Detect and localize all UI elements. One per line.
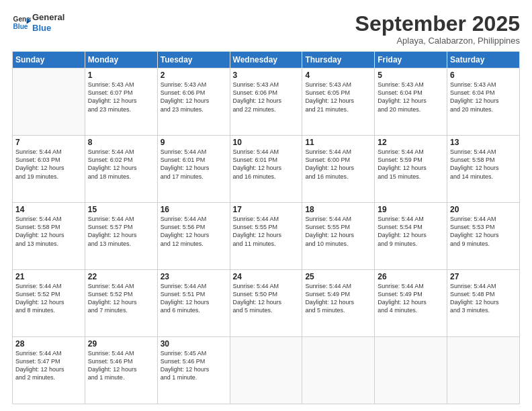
calendar-week-row: 21Sunrise: 5:44 AM Sunset: 5:52 PM Dayli… xyxy=(13,270,520,337)
day-number: 16 xyxy=(161,205,227,214)
day-info: Sunrise: 5:44 AM Sunset: 5:49 PM Dayligh… xyxy=(378,282,444,315)
day-number: 18 xyxy=(305,205,371,214)
calendar-day-cell: 10Sunrise: 5:44 AM Sunset: 6:01 PM Dayli… xyxy=(230,136,302,203)
calendar-day-cell: 15Sunrise: 5:44 AM Sunset: 5:57 PM Dayli… xyxy=(85,203,157,270)
day-number: 3 xyxy=(233,71,300,80)
day-info: Sunrise: 5:44 AM Sunset: 6:01 PM Dayligh… xyxy=(233,148,300,181)
day-info: Sunrise: 5:44 AM Sunset: 6:01 PM Dayligh… xyxy=(161,148,227,181)
day-info: Sunrise: 5:44 AM Sunset: 5:55 PM Dayligh… xyxy=(233,215,300,248)
day-info: Sunrise: 5:43 AM Sunset: 6:04 PM Dayligh… xyxy=(450,81,517,113)
calendar-day-cell: 2Sunrise: 5:43 AM Sunset: 6:06 PM Daylig… xyxy=(157,68,230,136)
day-info: Sunrise: 5:44 AM Sunset: 6:03 PM Dayligh… xyxy=(15,148,82,181)
day-info: Sunrise: 5:44 AM Sunset: 5:54 PM Dayligh… xyxy=(378,215,444,248)
day-number: 15 xyxy=(88,205,154,214)
day-number: 24 xyxy=(233,272,300,281)
day-info: Sunrise: 5:44 AM Sunset: 5:58 PM Dayligh… xyxy=(450,148,517,181)
day-number: 4 xyxy=(305,71,371,80)
weekday-header-cell: Wednesday xyxy=(230,52,302,68)
calendar-day-cell: 25Sunrise: 5:44 AM Sunset: 5:49 PM Dayli… xyxy=(302,270,375,337)
day-number: 5 xyxy=(378,71,444,80)
calendar-table: SundayMondayTuesdayWednesdayThursdayFrid… xyxy=(12,51,520,404)
day-info: Sunrise: 5:44 AM Sunset: 5:58 PM Dayligh… xyxy=(15,215,82,248)
calendar-day-cell: 4Sunrise: 5:43 AM Sunset: 6:05 PM Daylig… xyxy=(302,68,375,136)
calendar-day-cell: 28Sunrise: 5:44 AM Sunset: 5:47 PM Dayli… xyxy=(13,337,85,404)
calendar-body: 1Sunrise: 5:43 AM Sunset: 6:07 PM Daylig… xyxy=(13,68,520,404)
day-number: 17 xyxy=(233,205,300,214)
calendar-day-cell: 11Sunrise: 5:44 AM Sunset: 6:00 PM Dayli… xyxy=(302,136,375,203)
weekday-header-cell: Sunday xyxy=(13,52,85,68)
day-number: 10 xyxy=(233,138,300,147)
day-number: 25 xyxy=(305,272,371,281)
calendar-day-cell: 27Sunrise: 5:44 AM Sunset: 5:48 PM Dayli… xyxy=(447,270,520,337)
day-number: 6 xyxy=(450,71,517,80)
weekday-header-cell: Thursday xyxy=(302,52,375,68)
day-number: 1 xyxy=(88,71,154,80)
day-number: 26 xyxy=(378,272,444,281)
day-info: Sunrise: 5:43 AM Sunset: 6:07 PM Dayligh… xyxy=(88,81,154,113)
day-number: 27 xyxy=(450,272,517,281)
day-number: 8 xyxy=(88,138,154,147)
calendar-day-cell: 6Sunrise: 5:43 AM Sunset: 6:04 PM Daylig… xyxy=(447,68,520,136)
logo-line2: Blue xyxy=(32,23,64,34)
day-number: 12 xyxy=(378,138,444,147)
calendar-day-cell: 7Sunrise: 5:44 AM Sunset: 6:03 PM Daylig… xyxy=(13,136,85,203)
calendar-day-cell: 30Sunrise: 5:45 AM Sunset: 5:46 PM Dayli… xyxy=(157,337,230,404)
calendar-day-cell xyxy=(230,337,302,404)
day-info: Sunrise: 5:44 AM Sunset: 5:47 PM Dayligh… xyxy=(15,349,82,382)
calendar-week-row: 1Sunrise: 5:43 AM Sunset: 6:07 PM Daylig… xyxy=(13,68,520,136)
location-title: Aplaya, Calabarzon, Philippines xyxy=(355,36,520,46)
day-number: 7 xyxy=(15,138,82,147)
day-number: 21 xyxy=(15,272,82,281)
day-number: 14 xyxy=(15,205,82,214)
header-row: General Blue General Blue September 2025… xyxy=(12,12,520,46)
calendar-day-cell: 12Sunrise: 5:44 AM Sunset: 5:59 PM Dayli… xyxy=(375,136,447,203)
day-info: Sunrise: 5:44 AM Sunset: 6:02 PM Dayligh… xyxy=(88,148,154,181)
day-info: Sunrise: 5:44 AM Sunset: 5:51 PM Dayligh… xyxy=(161,282,227,315)
calendar-day-cell: 18Sunrise: 5:44 AM Sunset: 5:55 PM Dayli… xyxy=(302,203,375,270)
page: General Blue General Blue September 2025… xyxy=(0,0,532,411)
day-info: Sunrise: 5:44 AM Sunset: 5:48 PM Dayligh… xyxy=(450,282,517,315)
day-info: Sunrise: 5:43 AM Sunset: 6:06 PM Dayligh… xyxy=(233,81,300,113)
day-info: Sunrise: 5:43 AM Sunset: 6:05 PM Dayligh… xyxy=(305,81,371,113)
day-info: Sunrise: 5:44 AM Sunset: 5:46 PM Dayligh… xyxy=(88,349,154,382)
calendar-day-cell: 20Sunrise: 5:44 AM Sunset: 5:53 PM Dayli… xyxy=(447,203,520,270)
day-info: Sunrise: 5:44 AM Sunset: 5:52 PM Dayligh… xyxy=(88,282,154,315)
day-info: Sunrise: 5:44 AM Sunset: 5:53 PM Dayligh… xyxy=(450,215,517,248)
calendar-day-cell: 17Sunrise: 5:44 AM Sunset: 5:55 PM Dayli… xyxy=(230,203,302,270)
day-number: 20 xyxy=(450,205,517,214)
day-info: Sunrise: 5:44 AM Sunset: 5:56 PM Dayligh… xyxy=(161,215,227,248)
day-info: Sunrise: 5:44 AM Sunset: 5:50 PM Dayligh… xyxy=(233,282,300,315)
day-number: 9 xyxy=(161,138,227,147)
calendar-day-cell: 29Sunrise: 5:44 AM Sunset: 5:46 PM Dayli… xyxy=(85,337,157,404)
calendar-day-cell: 22Sunrise: 5:44 AM Sunset: 5:52 PM Dayli… xyxy=(85,270,157,337)
logo: General Blue General Blue xyxy=(12,12,64,33)
weekday-header-cell: Tuesday xyxy=(157,52,230,68)
calendar-day-cell: 16Sunrise: 5:44 AM Sunset: 5:56 PM Dayli… xyxy=(157,203,230,270)
calendar-day-cell: 26Sunrise: 5:44 AM Sunset: 5:49 PM Dayli… xyxy=(375,270,447,337)
day-number: 19 xyxy=(378,205,444,214)
day-number: 2 xyxy=(161,71,227,80)
weekday-header-row: SundayMondayTuesdayWednesdayThursdayFrid… xyxy=(13,52,520,68)
day-number: 22 xyxy=(88,272,154,281)
calendar-day-cell: 14Sunrise: 5:44 AM Sunset: 5:58 PM Dayli… xyxy=(13,203,85,270)
day-number: 30 xyxy=(161,339,227,349)
svg-text:Blue: Blue xyxy=(13,22,28,30)
calendar-day-cell xyxy=(13,68,85,136)
calendar-day-cell: 24Sunrise: 5:44 AM Sunset: 5:50 PM Dayli… xyxy=(230,270,302,337)
month-title: September 2025 xyxy=(355,12,520,36)
weekday-header-cell: Saturday xyxy=(447,52,520,68)
day-info: Sunrise: 5:43 AM Sunset: 6:04 PM Dayligh… xyxy=(378,81,444,113)
day-number: 28 xyxy=(15,339,82,349)
day-number: 13 xyxy=(450,138,517,147)
day-info: Sunrise: 5:44 AM Sunset: 5:57 PM Dayligh… xyxy=(88,215,154,248)
calendar-day-cell xyxy=(302,337,375,404)
calendar-day-cell: 1Sunrise: 5:43 AM Sunset: 6:07 PM Daylig… xyxy=(85,68,157,136)
logo-icon: General Blue xyxy=(12,13,31,32)
day-info: Sunrise: 5:45 AM Sunset: 5:46 PM Dayligh… xyxy=(161,349,227,382)
calendar-day-cell: 9Sunrise: 5:44 AM Sunset: 6:01 PM Daylig… xyxy=(157,136,230,203)
day-info: Sunrise: 5:44 AM Sunset: 5:59 PM Dayligh… xyxy=(378,148,444,181)
day-number: 23 xyxy=(161,272,227,281)
calendar-day-cell xyxy=(447,337,520,404)
calendar-week-row: 7Sunrise: 5:44 AM Sunset: 6:03 PM Daylig… xyxy=(13,136,520,203)
title-block: September 2025 Aplaya, Calabarzon, Phili… xyxy=(355,12,520,46)
